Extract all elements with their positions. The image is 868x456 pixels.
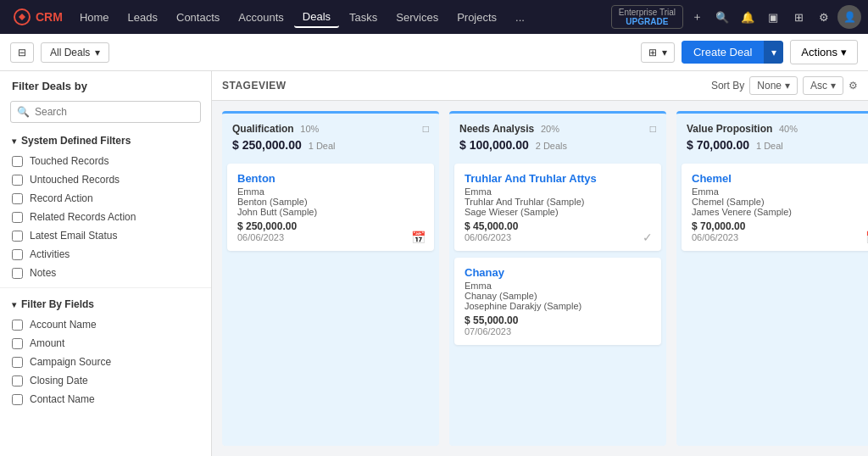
filter-touched-records[interactable]: Touched Records	[0, 152, 211, 170]
kanban-column-qualification: Qualification 10% □ $ 250,000.00 1 Deal …	[222, 111, 439, 446]
filter-campaign-source[interactable]: Campaign Source	[0, 353, 211, 371]
sort-controls: Sort By None ▾ Asc ▾ ⚙	[711, 76, 858, 95]
deal-card-benton[interactable]: Benton Emma Benton (Sample) John Butt (S…	[227, 164, 434, 251]
activities-checkbox[interactable]	[12, 249, 23, 260]
filter-icon-button[interactable]: ⊟	[10, 42, 34, 63]
col-cards-value-proposition: Chemel Emma Chemel (Sample) James Venere…	[676, 158, 868, 446]
system-filters-title: System Defined Filters	[0, 130, 211, 152]
all-deals-dropdown[interactable]: All Deals ▾	[41, 42, 109, 63]
nav-more[interactable]: ...	[507, 8, 533, 27]
deal-check-icon: ✓	[643, 231, 653, 244]
latest-email-status-checkbox[interactable]	[12, 231, 23, 242]
nav-contacts[interactable]: Contacts	[168, 8, 228, 27]
main-layout: Filter Deals by 🔍 System Defined Filters…	[0, 71, 868, 456]
trial-badge[interactable]: Enterprise Trial UPGRADE	[611, 5, 683, 29]
funnel-icon: ⊟	[18, 47, 26, 58]
touched-records-checkbox[interactable]	[12, 156, 23, 167]
closing-date-checkbox[interactable]	[12, 375, 23, 386]
window-icon[interactable]: ▣	[761, 5, 785, 29]
chevron-down-icon-actions: ▾	[841, 46, 847, 58]
create-deal-arrow-button[interactable]: ▾	[764, 41, 783, 64]
col-header-qualification: Qualification 10% □ $ 250,000.00 1 Deal	[222, 111, 439, 158]
deal-card-chemel[interactable]: Chemel Emma Chemel (Sample) James Venere…	[682, 164, 868, 251]
filter-amount[interactable]: Amount	[0, 334, 211, 353]
toolbar: ⊟ All Deals ▾ ⊞ ▾ Create Deal ▾ Actions …	[0, 34, 868, 71]
create-deal-button[interactable]: Create Deal	[682, 41, 764, 64]
col-cards-needs-analysis: Truhlar And Truhlar Attys Emma Truhlar A…	[449, 158, 666, 446]
col-header-value-proposition: Value Proposition 40% □ $ 70,000.00 1 De…	[676, 111, 868, 158]
top-navigation: CRM Home Leads Contacts Accounts Deals T…	[0, 0, 868, 34]
grid-icon: ⊞	[648, 47, 657, 58]
deal-card-chanay[interactable]: Chanay Emma Chanay (Sample) Josephine Da…	[454, 258, 661, 345]
related-records-action-checkbox[interactable]	[12, 212, 23, 223]
filter-account-name[interactable]: Account Name	[0, 315, 211, 334]
filter-untouched-records[interactable]: Untouched Records	[0, 170, 211, 189]
nav-home[interactable]: Home	[71, 8, 118, 27]
contact-name-checkbox[interactable]	[12, 394, 23, 405]
actions-button[interactable]: Actions ▾	[790, 40, 858, 64]
apps-icon[interactable]: ⊞	[787, 5, 810, 29]
record-action-checkbox[interactable]	[12, 193, 23, 204]
search-input[interactable]	[10, 101, 201, 123]
sort-settings-icon[interactable]: ⚙	[849, 80, 858, 92]
nav-deals[interactable]: Deals	[294, 7, 339, 28]
filter-activities[interactable]: Activities	[0, 245, 211, 264]
col-cards-qualification: Benton Emma Benton (Sample) John Butt (S…	[222, 158, 439, 446]
kanban-column-needs-analysis: Needs Analysis 20% □ $ 100,000.00 2 Deal…	[449, 111, 666, 446]
deal-calendar-icon: 📅	[411, 231, 426, 244]
create-deal-group: Create Deal ▾	[682, 41, 783, 64]
chevron-down-icon-order: ▾	[831, 80, 836, 92]
sidebar-divider	[0, 287, 211, 288]
kanban-column-value-proposition: Value Proposition 40% □ $ 70,000.00 1 De…	[676, 111, 868, 446]
amount-checkbox[interactable]	[12, 338, 23, 349]
account-name-checkbox[interactable]	[12, 320, 23, 331]
sort-order-dropdown[interactable]: Asc ▾	[803, 76, 843, 95]
filter-related-records-action[interactable]: Related Records Action	[0, 208, 211, 226]
bell-icon[interactable]: 🔔	[736, 5, 760, 29]
search-icon[interactable]: 🔍	[710, 5, 734, 29]
search-icon-sidebar: 🔍	[17, 106, 30, 118]
notes-checkbox[interactable]	[12, 268, 23, 279]
avatar[interactable]: 👤	[837, 5, 861, 29]
col-expand-needs-analysis[interactable]: □	[650, 123, 656, 135]
filter-closing-date[interactable]: Closing Date	[0, 371, 211, 390]
stageview-label: STAGEVIEW	[222, 80, 287, 92]
campaign-source-checkbox[interactable]	[12, 357, 23, 368]
chevron-down-icon-view: ▾	[662, 47, 667, 58]
chevron-down-icon-sort: ▾	[785, 80, 790, 92]
kanban-area: STAGEVIEW Sort By None ▾ Asc ▾ ⚙	[212, 71, 868, 456]
col-expand-qualification[interactable]: □	[423, 123, 429, 135]
nav-projects[interactable]: Projects	[448, 8, 505, 27]
kanban-columns: Qualification 10% □ $ 250,000.00 1 Deal …	[212, 101, 868, 456]
add-icon[interactable]: ＋	[685, 5, 709, 29]
kanban-topbar: STAGEVIEW Sort By None ▾ Asc ▾ ⚙	[212, 71, 868, 101]
nav-services[interactable]: Services	[387, 8, 447, 27]
filter-contact-name[interactable]: Contact Name	[0, 390, 211, 409]
nav-accounts[interactable]: Accounts	[230, 8, 292, 27]
settings-icon[interactable]: ⚙	[812, 5, 836, 29]
filter-deals-title: Filter Deals by	[0, 71, 211, 97]
nav-tasks[interactable]: Tasks	[341, 8, 386, 27]
sidebar: Filter Deals by 🔍 System Defined Filters…	[0, 71, 212, 456]
filter-notes[interactable]: Notes	[0, 264, 211, 282]
sort-none-dropdown[interactable]: None ▾	[749, 76, 798, 95]
filter-latest-email-status[interactable]: Latest Email Status	[0, 226, 211, 245]
col-header-needs-analysis: Needs Analysis 20% □ $ 100,000.00 2 Deal…	[449, 111, 666, 158]
crm-logo[interactable]: CRM	[7, 8, 70, 25]
filter-by-fields-title: Filter By Fields	[0, 293, 211, 315]
chevron-down-icon: ▾	[95, 47, 100, 58]
search-box: 🔍	[10, 101, 201, 123]
untouched-records-checkbox[interactable]	[12, 175, 23, 186]
view-toggle[interactable]: ⊞ ▾	[641, 42, 675, 63]
deal-card-truhlar[interactable]: Truhlar And Truhlar Attys Emma Truhlar A…	[454, 164, 661, 251]
nav-leads[interactable]: Leads	[120, 8, 166, 27]
filter-record-action[interactable]: Record Action	[0, 189, 211, 208]
